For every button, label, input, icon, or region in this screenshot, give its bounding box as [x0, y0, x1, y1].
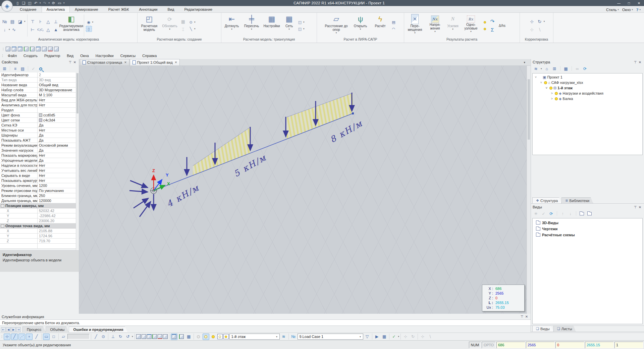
view-cube-left[interactable]	[24, 47, 29, 51]
property-value[interactable]: По умолчанию	[38, 188, 76, 193]
minimize-button[interactable]: —	[614, 0, 624, 6]
nav-first-icon[interactable]: ⇤	[1, 327, 6, 332]
property-value[interactable]: Да	[38, 138, 76, 143]
circle-snap-button[interactable]: ⊙	[188, 19, 194, 25]
expander-icon[interactable]: ˅	[545, 86, 548, 90]
forces-button[interactable]: N Усилия ▾	[445, 13, 460, 38]
property-row[interactable]: Значения нагрузок Да	[0, 148, 76, 153]
view-cube-section[interactable]	[48, 47, 53, 51]
pen-button[interactable]: ╱	[93, 334, 99, 340]
move-tool-button[interactable]: ⊹	[402, 334, 409, 340]
chevron-down-icon[interactable]: ▾	[24, 20, 25, 23]
mesh-gear-button[interactable]: ▦	[179, 18, 187, 25]
lamp-on-button[interactable]	[210, 334, 217, 340]
move-button[interactable]: ⊹	[528, 18, 536, 25]
redo-chevron-icon[interactable]: ▾	[49, 2, 50, 4]
views-list-item[interactable]: Чертежи	[533, 226, 642, 232]
ruler-icon[interactable]: ▭	[57, 0, 62, 6]
menu-item[interactable]: Вид	[63, 53, 77, 59]
mesh-view-button[interactable]: ▦	[185, 334, 192, 340]
nav-prev-icon[interactable]: ◀	[6, 327, 11, 332]
gear-icon[interactable]: ✳	[533, 211, 539, 217]
branch-filter-icon[interactable]: ≋	[533, 66, 539, 72]
app-logo[interactable]: ◈	[1, 0, 13, 12]
camera-group-header[interactable]: −Позиция камеры, мм	[0, 203, 76, 208]
chevron-down-icon[interactable]: ▾	[274, 335, 279, 338]
expander-icon[interactable]: ˅	[534, 76, 538, 79]
view-cube-perspective[interactable]	[54, 47, 59, 51]
lamp-nodes2-button[interactable]	[482, 26, 488, 32]
refpoint-group-header[interactable]: −Опорная точка вида, мм	[0, 223, 76, 229]
property-value[interactable]: c4c3d4	[38, 118, 76, 122]
property-row[interactable]: Учитывать вес линий Нет	[0, 168, 76, 173]
property-row[interactable]: Масштаб вида М 1:100	[0, 93, 76, 98]
menu-item[interactable]: Файл	[4, 53, 20, 59]
property-row[interactable]: Упрощенные модели Да	[0, 158, 76, 163]
collapse-icon[interactable]: −	[1, 204, 4, 207]
ribbon-tab[interactable]: Создание	[15, 6, 42, 12]
property-value[interactable]: 3D вид	[38, 78, 76, 82]
property-value[interactable]: Основной режим	[38, 143, 76, 148]
menu-item[interactable]: Окна	[77, 53, 92, 59]
circle-dot-button[interactable]: ⊙	[100, 334, 107, 340]
properties-scrollbar[interactable]	[76, 72, 79, 272]
tree-item[interactable]: ˃ ◈ Нагрузки и воздействия	[533, 91, 642, 96]
fixed-support-button[interactable]: ▲	[52, 26, 60, 33]
chevron-down-icon[interactable]: ▾	[303, 21, 305, 23]
calc-model-button[interactable]: ◰ Расчетная модель	[139, 13, 160, 38]
lamp-icon[interactable]	[549, 87, 552, 90]
close-icon[interactable]: ✕	[524, 315, 529, 318]
property-row[interactable]: Аналитика для построен... Нет	[0, 103, 76, 108]
service-tab[interactable]: Процесс	[22, 327, 46, 332]
add-level-icon[interactable]: ⊞	[552, 66, 557, 72]
menu-item[interactable]: Редактор	[41, 53, 63, 59]
list-view-icon[interactable]: ≡	[12, 66, 18, 72]
editable-analytics-button[interactable]: ◧ Редактируемая аналитика	[61, 13, 82, 38]
single-node-button[interactable]: Rx Одно-узловые ▾	[461, 13, 481, 38]
property-value[interactable]: Нет	[38, 178, 76, 183]
property-value[interactable]: Нет	[38, 168, 76, 173]
load-case-select[interactable]: 9.Load Case 1 ▾	[298, 334, 363, 340]
view-cube-front[interactable]	[18, 47, 22, 51]
close-button[interactable]: ✕	[634, 0, 644, 6]
distance-to-supports-button[interactable]: ▱ Расстояние до опор ▾	[324, 13, 348, 38]
new-file-icon[interactable]: ▯	[15, 0, 20, 6]
box-lamp2-button[interactable]	[223, 334, 229, 339]
property-row[interactable]: Цвет фона ccd0d5	[0, 113, 76, 118]
tree-item[interactable]: ˃ ◈ Балка	[533, 96, 642, 101]
apply-home-button[interactable]: ✓	[391, 334, 397, 340]
cursor-select-button[interactable]: ▶	[374, 334, 380, 340]
bridge-button[interactable]: ◠	[391, 26, 397, 32]
pin-icon[interactable]: ⊤	[520, 315, 524, 318]
view-cube-back[interactable]	[36, 47, 41, 51]
mirror-button[interactable]: ∖	[536, 26, 543, 33]
lamp-nodes-button[interactable]	[482, 19, 488, 25]
categorize-icon[interactable]: ⊞	[2, 66, 7, 72]
lamp-icon[interactable]	[555, 92, 558, 95]
floor-select[interactable]: 1-й этаж ▾	[229, 334, 280, 340]
lamp-icon[interactable]	[555, 97, 558, 100]
numbering-loads-button[interactable]: №	[1, 18, 8, 25]
ribbon-tab[interactable]: Вид	[162, 6, 179, 12]
work-plane-button[interactable]: ▱	[60, 334, 67, 340]
chevron-down-icon[interactable]: ▾	[544, 20, 545, 23]
lamp-off-button[interactable]	[195, 334, 202, 340]
support-top-button[interactable]: ⊤	[29, 18, 37, 25]
chevron-down-icon[interactable]: ▾	[398, 335, 399, 338]
chevron-down-icon[interactable]: ▾	[358, 335, 363, 338]
property-row[interactable]: Y -22986.42	[0, 213, 76, 218]
load-arrow-button[interactable]: ↓	[1, 26, 8, 33]
property-value[interactable]: Да	[38, 133, 76, 138]
ground-support-button[interactable]: ⊥	[52, 18, 60, 25]
dashed-section-button[interactable]: ▯	[86, 26, 92, 32]
property-row[interactable]: Z 23006.20	[0, 218, 76, 223]
views-list-item[interactable]: 3D-Виды	[533, 220, 642, 226]
property-row[interactable]: Уровень сечения, мм 1200	[0, 183, 76, 188]
screen-lock-button[interactable]: ▭	[43, 334, 50, 340]
span-button[interactable]: ◫	[297, 26, 303, 32]
line-button[interactable]: ╲	[188, 26, 194, 32]
ribbon-tab[interactable]: Расчет ЖБК	[103, 6, 134, 12]
stresses-button[interactable]: Nx Напря-жения ▾	[426, 13, 444, 38]
delta-hs-button[interactable]: Δ/hs	[497, 22, 507, 29]
lamp-icon[interactable]	[544, 81, 547, 84]
